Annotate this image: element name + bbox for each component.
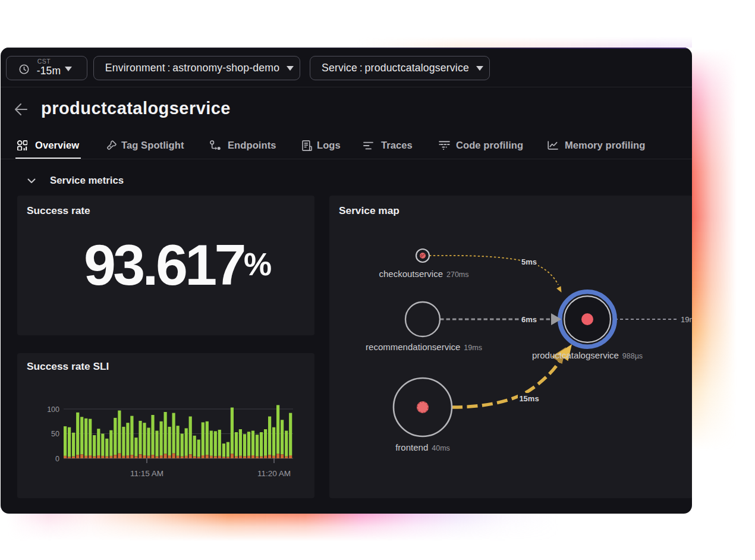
svg-text:19ms: 19ms bbox=[681, 315, 692, 324]
svg-text:100: 100 bbox=[47, 405, 59, 414]
svg-text:0: 0 bbox=[55, 455, 59, 463]
svg-text:11:20 AM: 11:20 AM bbox=[257, 469, 291, 478]
svg-text:5ms: 5ms bbox=[521, 257, 537, 266]
svg-text:11:15 AM: 11:15 AM bbox=[130, 469, 163, 478]
svg-text:checkoutservice 270ms: checkoutservice 270ms bbox=[379, 269, 468, 279]
svg-text:productcatalogservice 988µs: productcatalogservice 988µs bbox=[532, 350, 643, 360]
svg-text:frontend 40ms: frontend 40ms bbox=[395, 442, 450, 452]
svg-text:50: 50 bbox=[51, 430, 59, 438]
svg-text:15ms: 15ms bbox=[519, 394, 539, 403]
svg-text:6ms: 6ms bbox=[521, 315, 537, 324]
svg-text:recommendationservice 19ms: recommendationservice 19ms bbox=[366, 342, 482, 352]
